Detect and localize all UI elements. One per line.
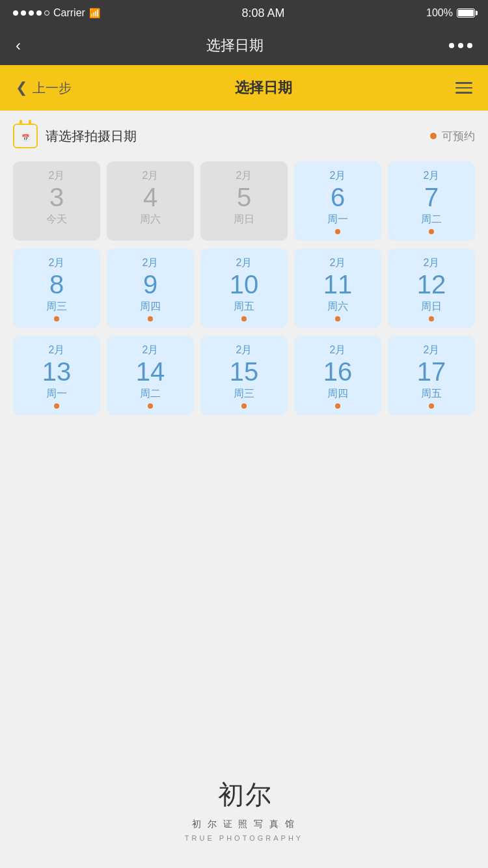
date-day-number: 15 bbox=[230, 359, 259, 385]
footer-name: 初 尔 证 照 写 真 馆 bbox=[192, 819, 296, 830]
calendar-row-0: 2月3今天2月4周六2月5周日2月6周一2月7周二 bbox=[13, 161, 475, 241]
legend: 可预约 bbox=[430, 129, 475, 144]
status-right: 100% bbox=[426, 7, 475, 19]
date-weekday-label: 周四 bbox=[327, 387, 348, 401]
calendar-icon: 📅 bbox=[13, 124, 38, 148]
hamburger-line-2 bbox=[455, 87, 472, 89]
nav-more-dots[interactable] bbox=[449, 43, 472, 48]
date-day-number: 4 bbox=[143, 184, 157, 210]
date-card-1-1[interactable]: 2月9周四 bbox=[107, 249, 194, 328]
nav-dot-2 bbox=[458, 43, 463, 48]
back-button[interactable]: ❮ 上一步 bbox=[16, 79, 72, 97]
date-month-label: 2月 bbox=[49, 344, 65, 357]
availability-dot bbox=[429, 403, 434, 409]
date-month-label: 2月 bbox=[330, 344, 346, 357]
date-month-label: 2月 bbox=[330, 169, 346, 183]
wifi-icon: 📶 bbox=[89, 8, 100, 18]
calendar-icon-inner: 📅 bbox=[21, 134, 29, 141]
calendar-row-2: 2月13周一2月14周二2月15周三2月16周四2月17周五 bbox=[13, 336, 475, 415]
nav-title: 选择日期 bbox=[206, 36, 264, 55]
back-arrow-icon: ❮ bbox=[16, 79, 27, 96]
date-weekday-label: 周三 bbox=[234, 387, 254, 401]
availability-dot bbox=[241, 316, 247, 321]
date-card-1-0[interactable]: 2月8周三 bbox=[13, 249, 100, 328]
legend-dot bbox=[430, 133, 437, 139]
availability-dot bbox=[241, 403, 247, 409]
battery-percent: 100% bbox=[426, 7, 453, 19]
instruction-left: 📅 请选择拍摄日期 bbox=[13, 124, 137, 148]
date-month-label: 2月 bbox=[236, 344, 252, 357]
hamburger-line-1 bbox=[455, 82, 472, 84]
availability-dot bbox=[335, 403, 340, 409]
date-card-2-1[interactable]: 2月14周二 bbox=[107, 336, 194, 415]
date-weekday-label: 周二 bbox=[421, 213, 442, 226]
page-content: 📅 请选择拍摄日期 可预约 2月3今天2月4周六2月5周日2月6周一2月7周二2… bbox=[0, 111, 488, 415]
availability-dot bbox=[429, 316, 434, 321]
nav-bar: ‹ 选择日期 bbox=[0, 26, 488, 65]
date-weekday-label: 周三 bbox=[46, 300, 67, 314]
carrier-label: Carrier bbox=[53, 7, 85, 19]
date-card-1-4[interactable]: 2月12周日 bbox=[388, 249, 475, 328]
date-card-2-2[interactable]: 2月15周三 bbox=[200, 336, 288, 415]
date-card-1-2[interactable]: 2月10周五 bbox=[200, 249, 288, 328]
date-day-number: 14 bbox=[136, 359, 165, 385]
signal-dot-5 bbox=[44, 10, 49, 16]
nav-dot-3 bbox=[467, 43, 472, 48]
calendar-grid: 2月3今天2月4周六2月5周日2月6周一2月7周二2月8周三2月9周四2月10周… bbox=[13, 161, 475, 415]
date-day-number: 7 bbox=[424, 184, 439, 210]
back-text: 上一步 bbox=[33, 79, 72, 97]
date-day-number: 16 bbox=[323, 359, 353, 385]
date-weekday-label: 周四 bbox=[140, 300, 161, 314]
availability-dot bbox=[54, 403, 59, 409]
availability-dot bbox=[54, 316, 59, 321]
date-month-label: 2月 bbox=[330, 256, 346, 270]
date-month-label: 2月 bbox=[424, 256, 440, 270]
date-card-2-0[interactable]: 2月13周一 bbox=[13, 336, 100, 415]
date-month-label: 2月 bbox=[142, 256, 159, 270]
battery-icon bbox=[457, 8, 475, 18]
date-month-label: 2月 bbox=[236, 256, 252, 270]
menu-button[interactable] bbox=[455, 82, 472, 94]
date-weekday-label: 今天 bbox=[46, 213, 67, 226]
date-weekday-label: 周六 bbox=[327, 300, 348, 314]
date-weekday-label: 周二 bbox=[140, 387, 161, 401]
date-card-0-4[interactable]: 2月7周二 bbox=[388, 161, 475, 241]
date-weekday-label: 周一 bbox=[46, 387, 67, 401]
signal-dot-2 bbox=[21, 10, 26, 16]
instruction-text: 请选择拍摄日期 bbox=[46, 128, 137, 145]
date-day-number: 6 bbox=[331, 184, 345, 210]
date-card-1-3[interactable]: 2月11周六 bbox=[294, 249, 381, 328]
date-month-label: 2月 bbox=[49, 169, 65, 183]
calendar-row-1: 2月8周三2月9周四2月10周五2月11周六2月12周日 bbox=[13, 249, 475, 328]
date-month-label: 2月 bbox=[49, 256, 65, 270]
availability-dot bbox=[148, 316, 153, 321]
date-weekday-label: 周日 bbox=[421, 300, 442, 314]
signal-dot-1 bbox=[13, 10, 18, 16]
date-weekday-label: 周六 bbox=[140, 213, 161, 226]
date-day-number: 13 bbox=[42, 359, 72, 385]
date-day-number: 5 bbox=[237, 184, 251, 210]
date-weekday-label: 周一 bbox=[327, 213, 348, 226]
svg-text:初尔: 初尔 bbox=[218, 780, 270, 809]
battery-fill bbox=[458, 10, 474, 16]
signal-dots bbox=[13, 10, 49, 16]
header-title: 选择日期 bbox=[235, 78, 292, 98]
date-card-0-1: 2月4周六 bbox=[107, 161, 194, 241]
date-month-label: 2月 bbox=[142, 169, 159, 183]
status-time: 8:08 AM bbox=[241, 7, 284, 20]
date-weekday-label: 周五 bbox=[234, 300, 254, 314]
date-day-number: 8 bbox=[49, 271, 64, 297]
date-card-2-4[interactable]: 2月17周五 bbox=[388, 336, 475, 415]
date-day-number: 17 bbox=[417, 359, 446, 385]
status-left: Carrier 📶 bbox=[13, 7, 100, 19]
date-card-0-0: 2月3今天 bbox=[13, 161, 100, 241]
date-month-label: 2月 bbox=[424, 344, 440, 357]
date-card-2-3[interactable]: 2月16周四 bbox=[294, 336, 381, 415]
date-month-label: 2月 bbox=[424, 169, 440, 183]
availability-dot bbox=[148, 403, 153, 409]
date-card-0-2: 2月5周日 bbox=[200, 161, 288, 241]
hamburger-line-3 bbox=[455, 92, 472, 94]
nav-back-button[interactable]: ‹ bbox=[16, 36, 21, 55]
status-bar: Carrier 📶 8:08 AM 100% bbox=[0, 0, 488, 26]
date-card-0-3[interactable]: 2月6周一 bbox=[294, 161, 381, 241]
